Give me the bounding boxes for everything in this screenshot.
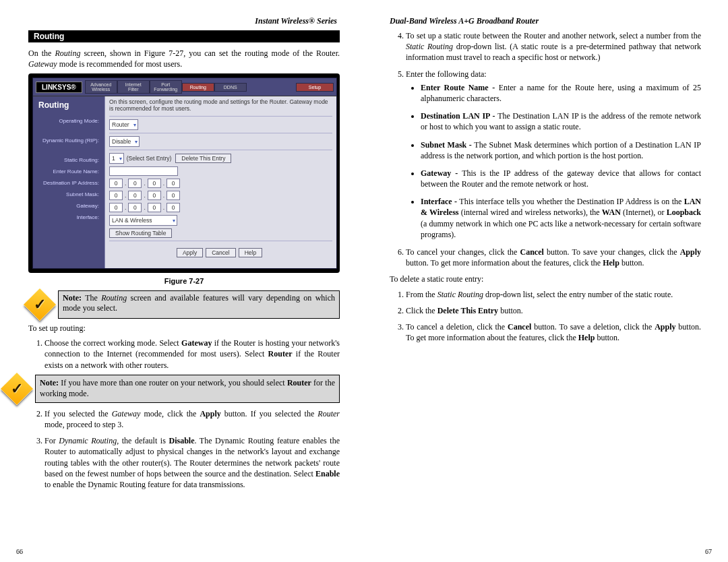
mask-4[interactable]: 0 bbox=[166, 191, 180, 200]
label-interface: Interface: bbox=[38, 214, 99, 220]
row-gateway: 0. 0. 0. 0 bbox=[109, 203, 332, 212]
step-3: For Dynamic Routing, the default is Disa… bbox=[44, 435, 340, 490]
del-step-3: To cancel a deletion, click the Cancel b… bbox=[406, 321, 701, 343]
step-4: To set up a static route between the Rou… bbox=[406, 30, 701, 63]
tab-bar: LINKSYS® AdvancedWireless InternetFilter… bbox=[33, 78, 336, 96]
header-right: Dual-Band Wireless A+G Broadband Router bbox=[390, 16, 701, 26]
gw-3[interactable]: 0 bbox=[148, 203, 161, 212]
mask-1[interactable]: 0 bbox=[109, 191, 123, 200]
setup-intro: To set up routing: bbox=[28, 323, 340, 334]
brand-logo: LINKSYS® bbox=[36, 82, 82, 93]
panel-description: On this screen, configure the routing mo… bbox=[109, 99, 332, 112]
dest-ip-2[interactable]: 0 bbox=[128, 179, 142, 188]
warning-icon bbox=[1, 373, 33, 405]
tab-ddns[interactable]: DDNS bbox=[214, 83, 247, 92]
select-entry-hint: (Select Set Entry) bbox=[127, 155, 172, 162]
note-1: Note: The Routing screen and available f… bbox=[28, 290, 340, 319]
show-routing-table-button[interactable]: Show Routing Table bbox=[109, 228, 172, 238]
bullet-dest-ip: Destination LAN IP - The Destination LAN… bbox=[421, 111, 701, 132]
del-step-1: From the Static Routing drop-down list, … bbox=[406, 289, 701, 300]
delete-list: From the Static Routing drop-down list, … bbox=[390, 289, 701, 344]
mask-3[interactable]: 0 bbox=[148, 191, 161, 200]
dest-ip-4[interactable]: 0 bbox=[166, 179, 180, 188]
router-ui: LINKSYS® AdvancedWireless InternetFilter… bbox=[32, 77, 337, 269]
intro-text: On the Routing screen, shown in Figure 7… bbox=[28, 48, 340, 69]
gw-2[interactable]: 0 bbox=[128, 203, 142, 212]
input-route-name[interactable] bbox=[109, 166, 178, 176]
label-gateway: Gateway: bbox=[38, 203, 99, 209]
page-number-66: 66 bbox=[16, 548, 23, 555]
tab-internet-filter[interactable]: InternetFilter bbox=[117, 80, 150, 94]
step-6: To cancel your changes, click the Cancel… bbox=[406, 247, 701, 268]
side-title: Routing bbox=[38, 100, 99, 110]
step-5-bullets: Enter Route Name - Enter a name for the … bbox=[406, 82, 701, 240]
step-1: Choose the correct working mode. Select … bbox=[44, 338, 340, 403]
cancel-button[interactable]: Cancel bbox=[206, 248, 235, 257]
figure-7-27: LINKSYS® AdvancedWireless InternetFilter… bbox=[28, 73, 340, 273]
help-button[interactable]: Help bbox=[239, 248, 262, 257]
gw-1[interactable]: 0 bbox=[109, 203, 123, 212]
note-2: Note: If you have more than one router o… bbox=[5, 375, 340, 403]
header-left: Instant Wireless® Series bbox=[28, 16, 340, 26]
section-bar-routing: Routing bbox=[28, 30, 340, 42]
gw-4[interactable]: 0 bbox=[166, 203, 180, 212]
bullet-subnet: Subnet Mask - The Subnet Mask determines… bbox=[421, 139, 701, 161]
row-dest-ip: 0. 0. 0. 0 bbox=[109, 179, 332, 188]
row-mask: 0. 0. 0. 0 bbox=[109, 191, 332, 200]
setup-list: Choose the correct working mode. Select … bbox=[28, 338, 340, 490]
del-step-2: Click the Delete This Entry button. bbox=[406, 305, 701, 316]
figure-caption: Figure 7-27 bbox=[28, 277, 340, 285]
bullet-route-name: Enter Route Name - Enter a name for the … bbox=[421, 82, 701, 104]
label-route-name: Enter Route Name: bbox=[38, 168, 99, 175]
delete-intro: To delete a static route entry: bbox=[390, 274, 701, 284]
label-dynamic-routing: Dynamic Routing (RIP): bbox=[38, 137, 99, 144]
page-66: Instant Wireless® Series Routing On the … bbox=[0, 0, 364, 562]
warning-icon bbox=[24, 288, 56, 321]
main-panel: On this screen, configure the routing mo… bbox=[104, 96, 336, 268]
tab-advanced-wireless[interactable]: AdvancedWireless bbox=[85, 80, 117, 94]
delete-entry-button[interactable]: Delete This Entry bbox=[175, 154, 231, 163]
mask-2[interactable]: 0 bbox=[128, 191, 142, 200]
page-67: Dual-Band Wireless A+G Broadband Router … bbox=[364, 0, 728, 562]
select-interface[interactable]: LAN & Wireless bbox=[109, 215, 177, 226]
dest-ip-3[interactable]: 0 bbox=[148, 179, 161, 188]
step-5: Enter the following data: Enter Route Na… bbox=[406, 69, 701, 240]
page-number-67: 67 bbox=[705, 548, 712, 555]
setup-list-cont: To set up a static route between the Rou… bbox=[390, 30, 701, 268]
label-static-routing: Static Routing: bbox=[38, 157, 99, 163]
step-2: If you selected the Gateway mode, click … bbox=[44, 408, 340, 430]
label-operating-mode: Operating Mode: bbox=[38, 118, 99, 124]
tab-setup[interactable]: Setup bbox=[296, 83, 334, 92]
bullet-interface: Interface - This interface tells you whe… bbox=[421, 196, 701, 240]
label-dest-ip: Destination IP Address: bbox=[38, 180, 99, 186]
apply-button[interactable]: Apply bbox=[177, 248, 203, 257]
tab-routing[interactable]: Routing bbox=[182, 83, 214, 92]
side-panel: Routing Operating Mode: Dynamic Routing … bbox=[33, 96, 104, 268]
select-static-routing[interactable]: 1 bbox=[109, 153, 124, 164]
bullet-gateway: Gateway - This is the IP address of the … bbox=[421, 168, 701, 189]
select-dynamic-routing[interactable]: Disable bbox=[109, 136, 140, 147]
label-subnet-mask: Subnet Mask: bbox=[38, 191, 99, 197]
dest-ip-1[interactable]: 0 bbox=[109, 179, 123, 188]
tab-port-forwarding[interactable]: PortForwarding bbox=[150, 80, 182, 94]
select-operating-mode[interactable]: Router bbox=[109, 119, 138, 130]
